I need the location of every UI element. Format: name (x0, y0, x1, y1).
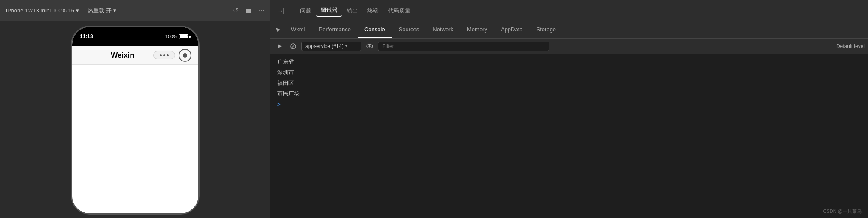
cursor-icon[interactable] (272, 21, 284, 39)
console-line-shenzhen: 深圳市 (270, 67, 868, 78)
phone-content (72, 65, 198, 213)
tab-network[interactable]: Network (426, 21, 460, 38)
top-bar-separator (291, 6, 291, 15)
svg-point-4 (369, 45, 371, 47)
nav-dot-1 (160, 54, 162, 56)
console-level-dropdown[interactable]: Default level (836, 43, 865, 49)
console-prompt: > (270, 99, 868, 110)
hot-reload-label: 热重载 开 (88, 7, 112, 15)
tab-appdata[interactable]: AppData (494, 21, 530, 38)
phone-nav-title: Weixin (111, 51, 134, 60)
battery-tip (189, 36, 191, 38)
simulator-toolbar: iPhone 12/13 mini 100% 16 ▾ 热重载 开 ▾ ↺ ⏹ … (0, 0, 270, 21)
phone-time: 11:13 (80, 33, 93, 39)
nav-dots-button[interactable] (153, 51, 175, 59)
tab-storage[interactable]: Storage (530, 21, 563, 38)
devtools-top-bar: →| 问题 调试器 输出 终端 代码质量 (270, 0, 868, 21)
menu-item-code-quality[interactable]: 代码质量 (384, 5, 415, 16)
battery-body (179, 34, 188, 39)
phone-notch (114, 27, 157, 38)
phone-status-right: 100% (165, 34, 191, 39)
console-content: 广东省 深圳市 福田区 市民广场 > (270, 54, 868, 218)
toolbar-icons: ↺ ⏹ ··· (233, 6, 264, 15)
tab-sources[interactable]: Sources (392, 21, 426, 38)
console-play-button[interactable] (274, 41, 285, 52)
console-filter-input[interactable] (378, 42, 549, 51)
device-selector[interactable]: iPhone 12/13 mini 100% 16 ▾ (6, 7, 79, 14)
tab-performance[interactable]: Performance (312, 21, 358, 38)
battery-icon (179, 34, 191, 39)
tab-console[interactable]: Console (358, 21, 392, 38)
context-dropdown[interactable]: appservice (#14) ▾ (301, 42, 361, 51)
prompt-arrow: > (277, 100, 281, 109)
nav-dot-2 (163, 54, 165, 56)
device-label: iPhone 12/13 mini 100% 16 (6, 7, 74, 14)
console-line-shimin: 市民广场 (270, 88, 868, 99)
hot-reload-selector[interactable]: 热重载 开 ▾ (88, 7, 116, 15)
hot-reload-arrow: ▾ (113, 7, 116, 14)
svg-marker-0 (278, 44, 282, 48)
nav-target-button[interactable] (179, 49, 191, 62)
battery-percent: 100% (165, 34, 177, 39)
svg-line-2 (291, 44, 295, 48)
menu-item-debugger[interactable]: 调试器 (316, 5, 342, 17)
context-dropdown-arrow: ▾ (345, 44, 347, 48)
devtools-arrow-icon[interactable]: →| (275, 5, 287, 17)
battery-fill (180, 35, 188, 38)
menu-item-output[interactable]: 输出 (343, 5, 362, 16)
nav-dot-3 (167, 54, 169, 56)
tab-wxml[interactable]: Wxml (284, 21, 312, 38)
phone-frame: 11:13 100% Weixin (71, 26, 200, 215)
context-label: appservice (#14) (305, 43, 343, 49)
phone-nav-bar: Weixin (72, 46, 198, 65)
stop-icon[interactable]: ⏹ (245, 7, 252, 15)
refresh-icon[interactable]: ↺ (233, 6, 238, 15)
devtools-panel: →| 问题 调试器 输出 终端 代码质量 Wxml Performance Co… (270, 0, 868, 218)
console-line-guangdong: 广东省 (270, 57, 868, 67)
console-toolbar: appservice (#14) ▾ Default level (270, 39, 868, 54)
phone-nav-right (153, 49, 191, 62)
more-icon[interactable]: ··· (259, 7, 264, 15)
eye-button[interactable] (364, 41, 375, 52)
tab-memory[interactable]: Memory (460, 21, 494, 38)
phone-notch-bar: 11:13 100% (72, 27, 198, 46)
arrow-icon-label: →| (277, 7, 285, 14)
console-block-button[interactable] (288, 41, 299, 52)
menu-item-terminal[interactable]: 终端 (363, 5, 383, 16)
simulator-panel: iPhone 12/13 mini 100% 16 ▾ 热重载 开 ▾ ↺ ⏹ … (0, 0, 270, 218)
devtools-tabs-bar: Wxml Performance Console Sources Network… (270, 21, 868, 39)
simulator-area: 11:13 100% Weixin (0, 21, 270, 218)
device-arrow: ▾ (76, 7, 79, 14)
nav-target-inner (183, 53, 187, 58)
console-line-futian: 福田区 (270, 78, 868, 89)
watermark: CSDN @一只菜鸟. (823, 208, 863, 215)
menu-item-issues[interactable]: 问题 (296, 5, 316, 16)
devtools-top-menu: 问题 调试器 输出 终端 代码质量 (296, 5, 415, 17)
